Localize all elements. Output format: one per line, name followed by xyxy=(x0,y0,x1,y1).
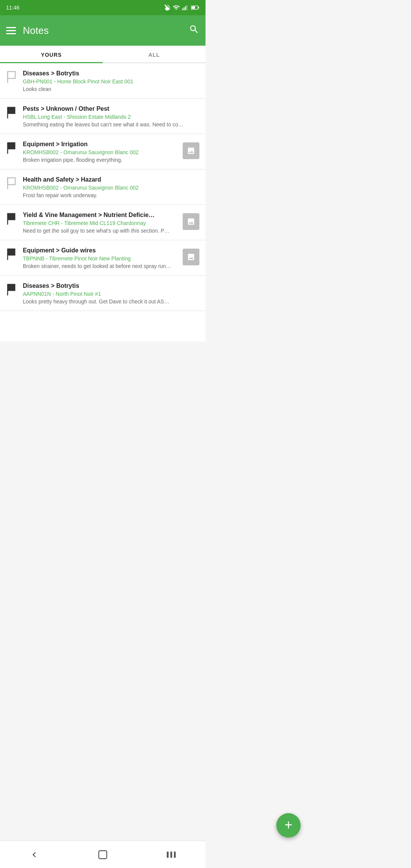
note-item[interactable]: Yield & Vine Management > Nutrient Defic… xyxy=(0,205,206,240)
note-content-1: Diseases > Botrytis GBH-PN001 - Home Blo… xyxy=(23,70,199,92)
tabs: YOURS ALL xyxy=(0,46,206,63)
mute-icon xyxy=(164,4,170,11)
note-text: Looks pretty heavy through out. Get Dave… xyxy=(23,298,199,305)
flag-icon-3 xyxy=(6,142,18,155)
svg-rect-2 xyxy=(185,6,186,10)
note-content-7: Diseases > Botrytis AAPNN01N - North Pin… xyxy=(23,282,199,305)
note-item[interactable]: Equipment > Irrigation KROMHSB002 - Omar… xyxy=(0,134,206,169)
app-title: Notes xyxy=(23,25,49,37)
note-category: Equipment > Irrigation xyxy=(23,141,179,148)
status-icons xyxy=(164,4,199,11)
note-location: KROMHSB002 - Omarunui Sauvignon Blanc 00… xyxy=(23,185,199,191)
svg-rect-3 xyxy=(186,5,187,10)
note-item[interactable]: Diseases > Botrytis AAPNN01N - North Pin… xyxy=(0,276,206,311)
note-item[interactable]: Equipment > Guide wires TBPNNB - Tibreme… xyxy=(0,240,206,276)
flag-icon-4 xyxy=(6,177,18,191)
flag-icon-5 xyxy=(6,212,18,226)
svg-rect-0 xyxy=(182,8,183,10)
flag-icon-1 xyxy=(6,71,18,85)
note-content-2: Pests > Unknown / Other Pest HSBL Long E… xyxy=(23,105,199,128)
app-bar: Notes xyxy=(0,15,206,46)
note-text: Broken strainer, needs to get looked at … xyxy=(23,263,179,269)
note-thumbnail xyxy=(183,213,199,230)
tab-all[interactable]: ALL xyxy=(103,46,206,62)
note-text: Something eating the leaves but can't se… xyxy=(23,121,199,128)
tab-yours[interactable]: YOURS xyxy=(0,46,103,62)
note-text: Broken irrigation pipe, flooding everyth… xyxy=(23,157,179,163)
note-location: GBH-PN001 - Home Block Pinot Noir East 0… xyxy=(23,78,199,85)
svg-marker-7 xyxy=(8,72,15,78)
battery-icon xyxy=(191,4,199,11)
note-location: HSBL Long East - Shission Estate Midland… xyxy=(23,114,199,120)
note-location: AAPNN01N - North Pinot Noir #1 xyxy=(23,291,199,297)
flag-icon-7 xyxy=(6,283,18,297)
app-bar-left: Notes xyxy=(6,25,49,37)
notes-list: Diseases > Botrytis GBH-PN001 - Home Blo… xyxy=(0,63,206,341)
note-content-5: Yield & Vine Management > Nutrient Defic… xyxy=(23,212,179,234)
note-category: Equipment > Guide wires xyxy=(23,247,179,254)
signal-icon xyxy=(182,4,189,11)
note-category: Pests > Unknown / Other Pest xyxy=(23,105,199,112)
svg-marker-13 xyxy=(8,178,15,185)
search-icon[interactable] xyxy=(189,24,199,37)
svg-marker-15 xyxy=(8,213,15,220)
note-text: Looks clean xyxy=(23,86,199,92)
note-item[interactable]: Diseases > Botrytis GBH-PN001 - Home Blo… xyxy=(0,63,206,99)
note-location: KROMHSB002 - Omarunui Sauvignon Blanc 00… xyxy=(23,149,179,155)
note-content-6: Equipment > Guide wires TBPNNB - Tibreme… xyxy=(23,247,179,269)
menu-icon[interactable] xyxy=(6,27,16,34)
svg-rect-5 xyxy=(198,7,199,9)
svg-rect-1 xyxy=(184,7,185,10)
flag-icon-2 xyxy=(6,106,18,120)
svg-marker-11 xyxy=(8,142,15,149)
svg-marker-19 xyxy=(8,284,15,291)
note-category: Diseases > Botrytis xyxy=(23,70,199,77)
svg-rect-6 xyxy=(191,6,195,9)
note-category: Yield & Vine Management > Nutrient Defic… xyxy=(23,212,179,219)
note-category: Diseases > Botrytis xyxy=(23,282,199,289)
note-item[interactable]: Health and Safety > Hazard KROMHSB002 - … xyxy=(0,169,206,205)
note-text: Frost fan repair work underway. xyxy=(23,192,199,198)
note-item[interactable]: Pests > Unknown / Other Pest HSBL Long E… xyxy=(0,99,206,134)
note-content-4: Health and Safety > Hazard KROMHSB002 - … xyxy=(23,176,199,198)
note-location: Tibremete CHR - Tibremete Mid CL119 Char… xyxy=(23,220,179,226)
flag-icon-6 xyxy=(6,248,18,262)
note-location: TBPNNB - Tibremete Pinot Noir New Planti… xyxy=(23,255,179,262)
note-category: Health and Safety > Hazard xyxy=(23,176,199,183)
note-text: Need to get the soil guy to see what's u… xyxy=(23,228,179,234)
note-content-3: Equipment > Irrigation KROMHSB002 - Omar… xyxy=(23,141,179,163)
note-thumbnail xyxy=(183,142,199,159)
note-thumbnail xyxy=(183,249,199,265)
status-bar: 11:46 xyxy=(0,0,206,15)
wifi-icon xyxy=(173,4,180,11)
status-time: 11:46 xyxy=(6,5,19,11)
svg-marker-9 xyxy=(8,107,15,114)
svg-marker-17 xyxy=(8,249,15,255)
